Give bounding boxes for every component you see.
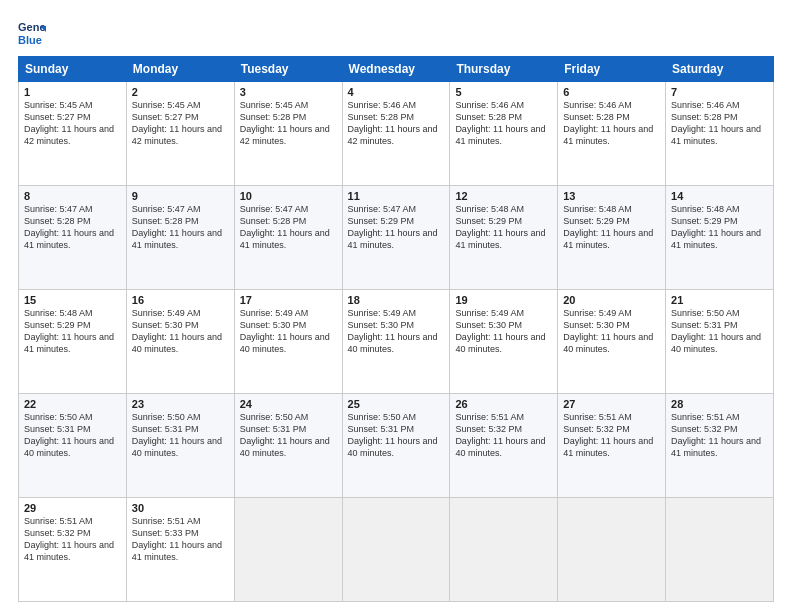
day-info: Sunrise: 5:51 AMSunset: 5:33 PMDaylight:…	[132, 515, 229, 564]
calendar-cell	[666, 498, 774, 602]
calendar-cell: 1Sunrise: 5:45 AMSunset: 5:27 PMDaylight…	[19, 82, 127, 186]
day-info: Sunrise: 5:49 AMSunset: 5:30 PMDaylight:…	[132, 307, 229, 356]
day-number: 27	[563, 398, 660, 410]
calendar-cell: 22Sunrise: 5:50 AMSunset: 5:31 PMDayligh…	[19, 394, 127, 498]
day-number: 4	[348, 86, 445, 98]
calendar-cell	[234, 498, 342, 602]
weekday-header: Tuesday	[234, 57, 342, 82]
day-info: Sunrise: 5:49 AMSunset: 5:30 PMDaylight:…	[348, 307, 445, 356]
calendar-cell	[558, 498, 666, 602]
calendar-cell: 13Sunrise: 5:48 AMSunset: 5:29 PMDayligh…	[558, 186, 666, 290]
calendar-cell: 26Sunrise: 5:51 AMSunset: 5:32 PMDayligh…	[450, 394, 558, 498]
day-info: Sunrise: 5:49 AMSunset: 5:30 PMDaylight:…	[240, 307, 337, 356]
calendar-cell: 10Sunrise: 5:47 AMSunset: 5:28 PMDayligh…	[234, 186, 342, 290]
day-info: Sunrise: 5:47 AMSunset: 5:29 PMDaylight:…	[348, 203, 445, 252]
day-info: Sunrise: 5:47 AMSunset: 5:28 PMDaylight:…	[240, 203, 337, 252]
day-info: Sunrise: 5:45 AMSunset: 5:27 PMDaylight:…	[24, 99, 121, 148]
day-info: Sunrise: 5:49 AMSunset: 5:30 PMDaylight:…	[563, 307, 660, 356]
calendar-cell: 24Sunrise: 5:50 AMSunset: 5:31 PMDayligh…	[234, 394, 342, 498]
day-number: 28	[671, 398, 768, 410]
day-info: Sunrise: 5:51 AMSunset: 5:32 PMDaylight:…	[563, 411, 660, 460]
day-info: Sunrise: 5:48 AMSunset: 5:29 PMDaylight:…	[563, 203, 660, 252]
calendar-cell: 5Sunrise: 5:46 AMSunset: 5:28 PMDaylight…	[450, 82, 558, 186]
logo-icon: General Blue	[18, 18, 46, 46]
day-number: 24	[240, 398, 337, 410]
calendar-cell: 23Sunrise: 5:50 AMSunset: 5:31 PMDayligh…	[126, 394, 234, 498]
calendar-cell: 12Sunrise: 5:48 AMSunset: 5:29 PMDayligh…	[450, 186, 558, 290]
calendar-week: 22Sunrise: 5:50 AMSunset: 5:31 PMDayligh…	[19, 394, 774, 498]
day-info: Sunrise: 5:46 AMSunset: 5:28 PMDaylight:…	[348, 99, 445, 148]
day-number: 25	[348, 398, 445, 410]
day-info: Sunrise: 5:51 AMSunset: 5:32 PMDaylight:…	[455, 411, 552, 460]
day-info: Sunrise: 5:50 AMSunset: 5:31 PMDaylight:…	[24, 411, 121, 460]
calendar-cell: 9Sunrise: 5:47 AMSunset: 5:28 PMDaylight…	[126, 186, 234, 290]
day-info: Sunrise: 5:48 AMSunset: 5:29 PMDaylight:…	[24, 307, 121, 356]
header: General Blue	[18, 18, 774, 46]
day-info: Sunrise: 5:49 AMSunset: 5:30 PMDaylight:…	[455, 307, 552, 356]
day-number: 21	[671, 294, 768, 306]
day-number: 30	[132, 502, 229, 514]
day-number: 26	[455, 398, 552, 410]
day-number: 12	[455, 190, 552, 202]
weekday-header: Thursday	[450, 57, 558, 82]
day-number: 7	[671, 86, 768, 98]
day-number: 14	[671, 190, 768, 202]
calendar-week: 29Sunrise: 5:51 AMSunset: 5:32 PMDayligh…	[19, 498, 774, 602]
calendar-cell: 29Sunrise: 5:51 AMSunset: 5:32 PMDayligh…	[19, 498, 127, 602]
day-info: Sunrise: 5:48 AMSunset: 5:29 PMDaylight:…	[671, 203, 768, 252]
calendar-cell: 6Sunrise: 5:46 AMSunset: 5:28 PMDaylight…	[558, 82, 666, 186]
day-number: 13	[563, 190, 660, 202]
weekday-header: Sunday	[19, 57, 127, 82]
day-number: 29	[24, 502, 121, 514]
day-info: Sunrise: 5:50 AMSunset: 5:31 PMDaylight:…	[348, 411, 445, 460]
day-info: Sunrise: 5:46 AMSunset: 5:28 PMDaylight:…	[455, 99, 552, 148]
day-number: 2	[132, 86, 229, 98]
logo: General Blue	[18, 18, 46, 46]
weekday-header: Monday	[126, 57, 234, 82]
weekday-header: Friday	[558, 57, 666, 82]
calendar-cell: 28Sunrise: 5:51 AMSunset: 5:32 PMDayligh…	[666, 394, 774, 498]
day-info: Sunrise: 5:45 AMSunset: 5:28 PMDaylight:…	[240, 99, 337, 148]
day-number: 22	[24, 398, 121, 410]
calendar-cell	[450, 498, 558, 602]
calendar-week: 15Sunrise: 5:48 AMSunset: 5:29 PMDayligh…	[19, 290, 774, 394]
calendar-cell: 14Sunrise: 5:48 AMSunset: 5:29 PMDayligh…	[666, 186, 774, 290]
day-info: Sunrise: 5:47 AMSunset: 5:28 PMDaylight:…	[132, 203, 229, 252]
day-number: 20	[563, 294, 660, 306]
calendar-week: 1Sunrise: 5:45 AMSunset: 5:27 PMDaylight…	[19, 82, 774, 186]
day-number: 16	[132, 294, 229, 306]
day-info: Sunrise: 5:51 AMSunset: 5:32 PMDaylight:…	[24, 515, 121, 564]
day-number: 5	[455, 86, 552, 98]
svg-text:Blue: Blue	[18, 34, 42, 46]
day-info: Sunrise: 5:47 AMSunset: 5:28 PMDaylight:…	[24, 203, 121, 252]
day-number: 11	[348, 190, 445, 202]
day-info: Sunrise: 5:51 AMSunset: 5:32 PMDaylight:…	[671, 411, 768, 460]
day-number: 6	[563, 86, 660, 98]
calendar-cell: 4Sunrise: 5:46 AMSunset: 5:28 PMDaylight…	[342, 82, 450, 186]
calendar-cell: 17Sunrise: 5:49 AMSunset: 5:30 PMDayligh…	[234, 290, 342, 394]
day-number: 9	[132, 190, 229, 202]
calendar-cell: 11Sunrise: 5:47 AMSunset: 5:29 PMDayligh…	[342, 186, 450, 290]
calendar-cell: 16Sunrise: 5:49 AMSunset: 5:30 PMDayligh…	[126, 290, 234, 394]
calendar-cell: 2Sunrise: 5:45 AMSunset: 5:27 PMDaylight…	[126, 82, 234, 186]
day-number: 18	[348, 294, 445, 306]
day-number: 15	[24, 294, 121, 306]
calendar-cell: 19Sunrise: 5:49 AMSunset: 5:30 PMDayligh…	[450, 290, 558, 394]
weekday-header: Saturday	[666, 57, 774, 82]
calendar-cell: 3Sunrise: 5:45 AMSunset: 5:28 PMDaylight…	[234, 82, 342, 186]
calendar-cell: 30Sunrise: 5:51 AMSunset: 5:33 PMDayligh…	[126, 498, 234, 602]
calendar-cell	[342, 498, 450, 602]
day-info: Sunrise: 5:46 AMSunset: 5:28 PMDaylight:…	[671, 99, 768, 148]
calendar-cell: 27Sunrise: 5:51 AMSunset: 5:32 PMDayligh…	[558, 394, 666, 498]
calendar-week: 8Sunrise: 5:47 AMSunset: 5:28 PMDaylight…	[19, 186, 774, 290]
weekday-header: Wednesday	[342, 57, 450, 82]
day-info: Sunrise: 5:48 AMSunset: 5:29 PMDaylight:…	[455, 203, 552, 252]
calendar-cell: 25Sunrise: 5:50 AMSunset: 5:31 PMDayligh…	[342, 394, 450, 498]
calendar-table: SundayMondayTuesdayWednesdayThursdayFrid…	[18, 56, 774, 602]
day-info: Sunrise: 5:50 AMSunset: 5:31 PMDaylight:…	[132, 411, 229, 460]
day-number: 1	[24, 86, 121, 98]
calendar-cell: 7Sunrise: 5:46 AMSunset: 5:28 PMDaylight…	[666, 82, 774, 186]
calendar-cell: 20Sunrise: 5:49 AMSunset: 5:30 PMDayligh…	[558, 290, 666, 394]
calendar-cell: 18Sunrise: 5:49 AMSunset: 5:30 PMDayligh…	[342, 290, 450, 394]
day-number: 10	[240, 190, 337, 202]
